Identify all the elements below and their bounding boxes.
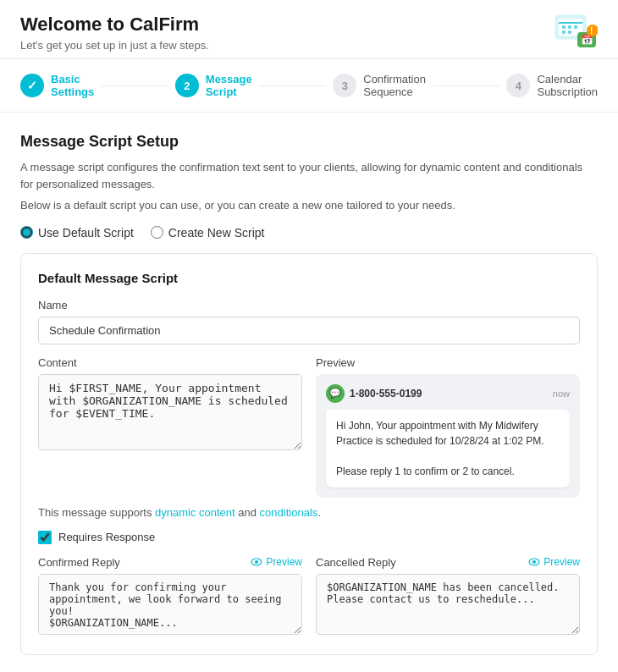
confirmed-reply-col: Confirmed Reply Preview Thank you for co… (38, 556, 302, 637)
svg-point-13 (255, 560, 258, 564)
radio-default-input[interactable] (20, 226, 33, 239)
reply-grid: Confirmed Reply Preview Thank you for co… (38, 556, 580, 637)
preview-bubble: Hi John, Your appointment with My Midwif… (326, 410, 570, 487)
support-text: This message supports dynamic content an… (38, 506, 580, 519)
svg-rect-3 (562, 25, 566, 29)
step-2-indicator: 2 (175, 74, 199, 97)
content-textarea[interactable]: Hi $FIRST_NAME, Your appointment with $O… (38, 374, 302, 450)
radio-default-option[interactable]: Use Default Script (20, 226, 134, 240)
svg-text:!: ! (590, 26, 593, 36)
page-title: Welcome to CalFirm (20, 14, 209, 36)
requires-response-checkbox[interactable] (38, 531, 52, 544)
cancelled-reply-textarea[interactable]: $ORGANIZATION_NAME has been cancelled. P… (316, 574, 580, 635)
message-icon: 💬 (326, 384, 345, 403)
step-3-indicator: 3 (333, 74, 356, 97)
step-1: Basic Settings (20, 73, 94, 98)
requires-response-row: Requires Response (38, 531, 580, 544)
svg-rect-7 (568, 30, 571, 34)
requires-response-label: Requires Response (58, 531, 155, 543)
step-4-label: Calendar Subscription (537, 73, 598, 98)
step-4: 4 Calendar Subscription (506, 73, 598, 98)
svg-rect-4 (568, 25, 571, 29)
step-divider-2 (259, 85, 327, 86)
header-subtitle: Let's get you set up in just a few steps… (20, 39, 209, 52)
step-3-label: Confirmation Sequence (363, 73, 426, 98)
stepper: Basic Settings 2 Message Script 3 Confir… (0, 59, 618, 113)
radio-new-input[interactable] (151, 226, 163, 239)
svg-rect-6 (562, 30, 566, 34)
eye-icon (251, 556, 262, 568)
radio-new-label: Create New Script (168, 226, 265, 240)
step-2-label: Message Script (206, 73, 252, 98)
section-title: Message Script Setup (20, 133, 598, 151)
conditionals-link[interactable]: conditionals (260, 506, 318, 519)
cancelled-reply-label: Cancelled Reply (316, 556, 396, 569)
step-4-indicator: 4 (506, 74, 530, 97)
svg-point-15 (532, 560, 536, 564)
step-3: 3 Confirmation Sequence (333, 73, 426, 98)
step-divider-1 (101, 85, 168, 86)
name-field-label: Name (38, 299, 580, 311)
dynamic-content-link[interactable]: dynamic content (155, 506, 235, 519)
confirmed-reply-label: Confirmed Reply (38, 556, 120, 569)
cancelled-preview-link[interactable]: Preview (528, 556, 580, 568)
script-type-radio-group: Use Default Script Create New Script (20, 226, 598, 240)
preview-label: Preview (316, 356, 580, 369)
step-divider-3 (433, 85, 500, 86)
default-script-card: Default Message Script Name Content Hi $… (20, 253, 598, 655)
preview-box: 💬 1-800-555-0199 now Hi John, Your appoi… (316, 374, 580, 498)
section-desc-1: A message script configures the confirma… (20, 159, 598, 192)
preview-phone: 💬 1-800-555-0199 (326, 384, 422, 403)
radio-new-option[interactable]: Create New Script (151, 226, 265, 240)
card-title: Default Message Script (38, 271, 580, 285)
step-1-label: Basic Settings (51, 73, 94, 98)
eye-icon-2 (528, 556, 540, 568)
preview-time: now (553, 388, 570, 399)
name-input[interactable] (38, 317, 580, 344)
section-desc-2: Below is a default script you can use, o… (20, 197, 598, 214)
radio-default-label: Use Default Script (38, 226, 134, 240)
confirmed-reply-textarea[interactable]: Thank you for confirming your appointmen… (38, 574, 302, 635)
confirmed-preview-link[interactable]: Preview (251, 556, 302, 568)
content-label: Content (38, 356, 302, 369)
step-2: 2 Message Script (175, 73, 252, 98)
step-1-indicator (20, 74, 44, 97)
svg-rect-5 (574, 25, 577, 29)
logo: 📅 ! (554, 14, 598, 51)
cancelled-reply-col: Cancelled Reply Preview $ORGANIZATION_NA… (316, 556, 580, 637)
